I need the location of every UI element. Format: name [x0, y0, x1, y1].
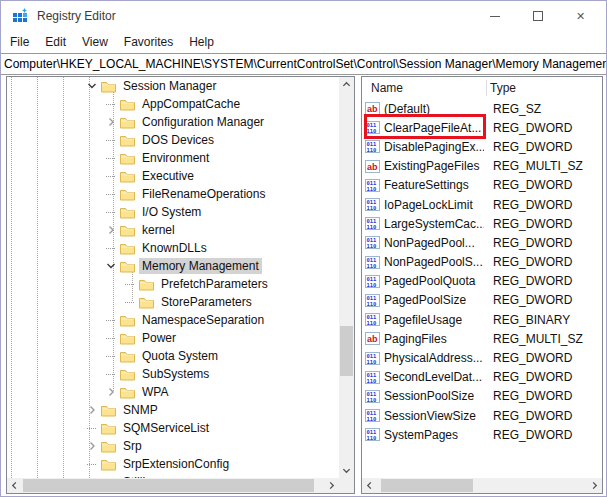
tree-item-dos-devices[interactable]: DOS Devices [7, 131, 339, 149]
scroll-down-icon[interactable] [339, 463, 354, 478]
scroll-up-icon[interactable] [339, 77, 354, 92]
chevron-down-icon[interactable] [87, 77, 101, 95]
value-type: REG_DWORD [493, 274, 572, 288]
folder-icon [101, 80, 116, 93]
value-row-pagingfiles[interactable]: abPagingFilesREG_MULTI_SZ [362, 329, 602, 348]
tree-item-session-manager[interactable]: Session Manager [7, 77, 339, 95]
svg-text:110: 110 [367, 378, 377, 384]
value-row-pagefileusage[interactable]: 011110PagefileUsageREG_BINARY [362, 310, 602, 329]
tree-item-storeparameters[interactable]: StoreParameters [7, 293, 339, 311]
tree-item-power[interactable]: Power [7, 329, 339, 347]
scroll-left-icon[interactable] [362, 478, 377, 493]
minimize-button[interactable] [473, 1, 516, 31]
chevron-right-icon[interactable] [106, 113, 120, 131]
tree-item-label: Memory Management [139, 258, 262, 274]
column-divider[interactable] [486, 80, 487, 96]
tree-item-label: AppCompatCache [139, 96, 243, 112]
dword-value-icon: 011110 [365, 313, 384, 326]
address-bar[interactable]: Computer\HKEY_LOCAL_MACHINE\SYSTEM\Curre… [1, 53, 606, 75]
value-type: REG_DWORD [493, 121, 572, 135]
value-type: REG_DWORD [493, 351, 572, 365]
menu-help[interactable]: Help [181, 35, 222, 49]
chevron-right-icon[interactable] [106, 221, 120, 239]
tree-item-memory-management[interactable]: Memory Management [7, 257, 339, 275]
address-path: Computer\HKEY_LOCAL_MACHINE\SYSTEM\Curre… [4, 57, 606, 71]
tree-item-configuration-manager[interactable]: Configuration Manager [7, 113, 339, 131]
value-row-iopagelocklimit[interactable]: 011110IoPageLockLimitREG_DWORD [362, 195, 602, 214]
svg-text:110: 110 [367, 416, 377, 422]
value-row-largesystemcac[interactable]: 011110LargeSystemCac...REG_DWORD [362, 214, 602, 233]
folder-icon [120, 386, 135, 399]
value-type: REG_DWORD [493, 255, 572, 269]
values-horizontal-scrollbar[interactable] [362, 478, 602, 493]
tree-item-environment[interactable]: Environment [7, 149, 339, 167]
tree-item-snmp[interactable]: SNMP [7, 401, 339, 419]
column-header-type[interactable]: Type [490, 81, 516, 95]
value-type: REG_MULTI_SZ [493, 159, 583, 173]
svg-text:110: 110 [367, 320, 377, 326]
tree-item-srpextensionconfig[interactable]: SrpExtensionConfig [7, 455, 339, 473]
tree-connector [125, 275, 139, 293]
dword-value-icon: 011110 [365, 121, 384, 134]
value-row-nonpagedpool[interactable]: 011110NonPagedPool...REG_DWORD [362, 233, 602, 252]
tree-horizontal-scrollbar[interactable] [7, 478, 339, 493]
tree-item-executive[interactable]: Executive [7, 167, 339, 185]
tree-connector [106, 203, 120, 221]
tree-horizontal-scroll-thumb[interactable] [23, 479, 314, 492]
scroll-right-icon[interactable] [324, 478, 339, 493]
scroll-left-icon[interactable] [7, 478, 22, 493]
tree-item-srp[interactable]: Srp [7, 437, 339, 455]
value-row-sessionviewsize[interactable]: 011110SessionViewSizeREG_DWORD [362, 406, 602, 425]
close-button[interactable]: ✕ [559, 1, 602, 31]
tree-item-prefetchparameters[interactable]: PrefetchParameters [7, 275, 339, 293]
menu-view[interactable]: View [74, 35, 116, 49]
value-type: REG_DWORD [493, 178, 572, 192]
tree-connector [106, 185, 120, 203]
menu-edit[interactable]: Edit [37, 35, 74, 49]
value-type: REG_DWORD [493, 370, 572, 384]
chevron-right-icon[interactable] [87, 437, 101, 455]
tree-vertical-scroll-thumb[interactable] [340, 326, 353, 376]
column-header-name[interactable]: Name [362, 81, 403, 95]
tree-vertical-scrollbar[interactable] [339, 77, 354, 478]
dword-value-icon: 011110 [365, 236, 384, 249]
value-row-featuresettings[interactable]: 011110FeatureSettingsREG_DWORD [362, 176, 602, 195]
chevron-down-icon[interactable] [106, 257, 120, 275]
values-horizontal-scroll-thumb[interactable] [381, 479, 473, 492]
tree-item-quota-system[interactable]: Quota System [7, 347, 339, 365]
tree-item-label: KnownDLLs [139, 240, 210, 256]
menu-favorites[interactable]: Favorites [116, 35, 181, 49]
tree-item-filerenameoperations[interactable]: FileRenameOperations [7, 185, 339, 203]
maximize-icon [533, 11, 543, 21]
chevron-right-icon[interactable] [87, 401, 101, 419]
value-row-physicaladdress[interactable]: 011110PhysicalAddress...REG_DWORD [362, 348, 602, 367]
tree-item-label: FileRenameOperations [139, 186, 268, 202]
tree-item-kernel[interactable]: kernel [7, 221, 339, 239]
folder-icon [120, 314, 135, 327]
tree-item-appcompatcache[interactable]: AppCompatCache [7, 95, 339, 113]
tree-item-subsystems[interactable]: SubSystems [7, 365, 339, 383]
scroll-right-icon[interactable] [587, 478, 602, 493]
value-row-default[interactable]: ab(Default)REG_SZ [362, 99, 602, 118]
svg-text:110: 110 [367, 282, 377, 288]
tree-item-sqmservicelist[interactable]: SQMServiceList [7, 419, 339, 437]
value-row-pagedpoolsize[interactable]: 011110PagedPoolSizeREG_DWORD [362, 291, 602, 310]
tree-item-label: SQMServiceList [120, 420, 212, 436]
value-row-systempages[interactable]: 011110SystemPagesREG_DWORD [362, 425, 602, 444]
tree-item-i-o-system[interactable]: I/O System [7, 203, 339, 221]
menu-file[interactable]: File [2, 35, 37, 49]
tree-item-knowndlls[interactable]: KnownDLLs [7, 239, 339, 257]
value-row-nonpagedpools[interactable]: 011110NonPagedPoolS...REG_DWORD [362, 253, 602, 272]
value-row-sessionpoolsize[interactable]: 011110SessionPoolSizeREG_DWORD [362, 387, 602, 406]
tree-item-label: Session Manager [120, 78, 219, 94]
value-row-secondleveldat[interactable]: 011110SecondLevelDat...REG_DWORD [362, 368, 602, 387]
value-row-existingpagefiles[interactable]: abExistingPageFilesREG_MULTI_SZ [362, 157, 602, 176]
registry-editor-window: Registry Editor ✕ FileEditViewFavoritesH… [0, 0, 607, 497]
value-row-clearpagefileat[interactable]: 011110ClearPageFileAt...REG_DWORD [362, 118, 602, 137]
chevron-right-icon[interactable] [106, 383, 120, 401]
maximize-button[interactable] [516, 1, 559, 31]
tree-item-namespaceseparation[interactable]: NamespaceSeparation [7, 311, 339, 329]
value-row-pagedpoolquota[interactable]: 011110PagedPoolQuotaREG_DWORD [362, 272, 602, 291]
tree-item-wpa[interactable]: WPA [7, 383, 339, 401]
value-row-disablepagingex[interactable]: 011110DisablePagingEx...REG_DWORD [362, 137, 602, 156]
